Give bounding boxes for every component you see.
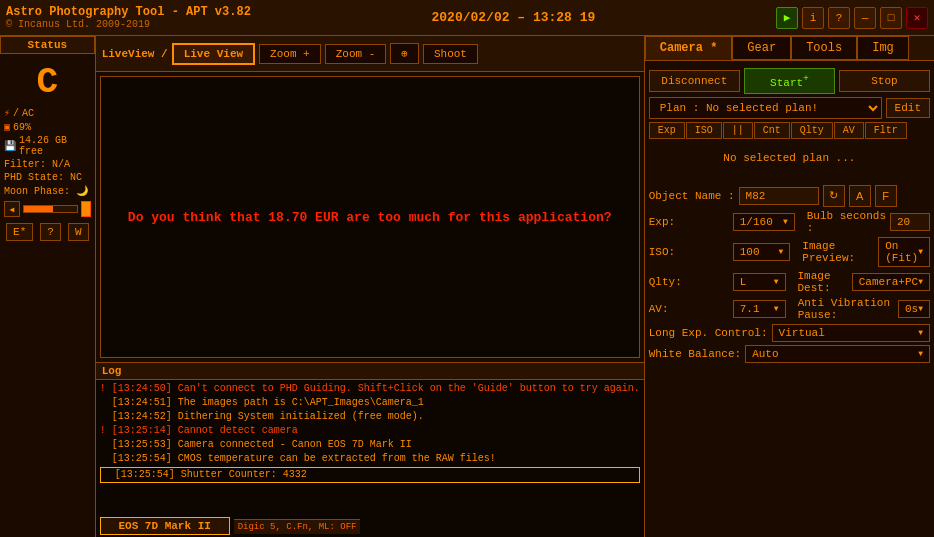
disconnect-button[interactable]: Disconnect — [649, 70, 740, 92]
plan-edit-button[interactable]: Edit — [886, 98, 930, 118]
power-icon: ⚡ — [4, 107, 10, 119]
liveview-label: LiveView / — [102, 48, 168, 60]
a-button[interactable]: A — [849, 185, 871, 207]
anti-vib-label: Anti Vibration Pause: — [798, 297, 894, 321]
gear-panel: Object Name : ↻ A F Exp: 1/160 ▼ Bulb se… — [645, 178, 934, 537]
sub-tab-pause[interactable]: || — [723, 122, 753, 139]
sub-tab-iso[interactable]: ISO — [686, 122, 722, 139]
log-line-highlighted: [13:25:54] Shutter Counter: 4332 — [100, 467, 640, 483]
title-left: Astro Photography Tool - APT v3.82 © Inc… — [6, 5, 251, 30]
sub-tab-qlty[interactable]: Qlty — [791, 122, 833, 139]
brightness-bar-container: ◀ — [4, 201, 91, 217]
image-dest-value: Camera+PC — [859, 276, 918, 288]
tab-camera[interactable]: Camera * — [645, 36, 733, 60]
info-button[interactable]: i — [802, 7, 824, 29]
wb-row: White Balance: Auto ▼ — [649, 345, 930, 363]
e-star-button[interactable]: E* — [6, 223, 33, 241]
object-name-input[interactable] — [739, 187, 819, 205]
status-letter: C — [4, 62, 91, 103]
tab-img[interactable]: Img — [857, 36, 909, 60]
minimize-button[interactable]: — — [854, 7, 876, 29]
shoot-button[interactable]: Shoot — [423, 44, 478, 64]
sub-tab-cnt[interactable]: Cnt — [754, 122, 790, 139]
exp-bulb-row: Exp: 1/160 ▼ Bulb seconds : — [649, 210, 930, 234]
image-preview-label: Image Preview: — [802, 240, 874, 264]
anti-vib-arrow: ▼ — [918, 304, 923, 313]
anti-vib-dropdown[interactable]: 0s ▼ — [898, 300, 930, 318]
maximize-button[interactable]: □ — [880, 7, 902, 29]
image-preview-dropdown[interactable]: On (Fit) ▼ — [878, 237, 930, 267]
camera-model-badge: EOS 7D Mark II — [100, 517, 230, 535]
filter-label: Filter: N/A — [4, 159, 70, 170]
log-line: [13:24:52] Dithering System initialized … — [100, 410, 640, 424]
f-button[interactable]: F — [875, 185, 897, 207]
tab-gear[interactable]: Gear — [732, 36, 791, 60]
qlty-arrow: ▼ — [774, 277, 779, 286]
bar-end — [81, 201, 91, 217]
status-footer: Digiс 5, C.Fn, ML: OFF — [234, 519, 361, 534]
play-button[interactable]: ▶ — [776, 7, 798, 29]
image-dest-arrow: ▼ — [918, 277, 923, 286]
long-exp-dropdown[interactable]: Virtual ▼ — [772, 324, 930, 342]
long-exp-arrow: ▼ — [918, 328, 923, 337]
sub-tab-fltr[interactable]: Fltr — [865, 122, 907, 139]
exp-label: Exp: — [649, 216, 729, 228]
anti-vib-value: 0s — [905, 303, 918, 315]
moon-icon: 🌙 — [76, 186, 88, 197]
sub-tabs: Exp ISO || Cnt Qlty AV Fltr — [649, 122, 930, 139]
iso-label: ISO: — [649, 246, 729, 258]
object-name-label: Object Name : — [649, 190, 735, 202]
question-button[interactable]: ? — [40, 223, 61, 241]
zoom-in-button[interactable]: Zoom + — [259, 44, 321, 64]
bar-left-icon: ◀ — [4, 201, 20, 217]
start-button[interactable]: Start+ — [744, 68, 835, 94]
w-button[interactable]: W — [68, 223, 89, 241]
filter-row: Filter: N/A — [4, 159, 91, 170]
phd-label: PHD State: NC — [4, 172, 82, 183]
status-panel: Status C ⚡ / AC ▣ 69% 💾 14.26 GB free Fi… — [0, 36, 96, 537]
camera-footer: EOS 7D Mark II Digiс 5, C.Fn, ML: OFF — [96, 515, 644, 537]
image-dest-dropdown[interactable]: Camera+PC ▼ — [852, 273, 930, 291]
moon-row: Moon Phase: 🌙 — [4, 185, 91, 197]
log-line: [13:24:51] The images path is C:\APT_Ima… — [100, 396, 640, 410]
av-arrow: ▼ — [774, 304, 779, 313]
exp-arrow: ▼ — [783, 217, 788, 226]
status-content: C ⚡ / AC ▣ 69% 💾 14.26 GB free Filter: N… — [0, 54, 95, 537]
tab-tools[interactable]: Tools — [791, 36, 857, 60]
log-line: [13:25:53] Camera connected - Canon EOS … — [100, 438, 640, 452]
sub-tab-av[interactable]: AV — [834, 122, 864, 139]
zoom-out-button[interactable]: Zoom - — [325, 44, 387, 64]
av-antivib-row: AV: 7.1 ▼ Anti Vibration Pause: 0s ▼ — [649, 297, 930, 321]
plan-row: Plan : No selected plan! Edit — [649, 97, 930, 119]
image-preview-arrow: ▼ — [918, 247, 923, 256]
wb-dropdown[interactable]: Auto ▼ — [745, 345, 930, 363]
qlty-val-text: L — [740, 276, 747, 288]
long-exp-value: Virtual — [779, 327, 825, 339]
exp-value: 1/160 ▼ — [733, 213, 795, 231]
image-dest-label: Image Dest: — [798, 270, 848, 294]
plan-select[interactable]: Plan : No selected plan! — [649, 97, 882, 119]
image-preview-value: On (Fit) — [885, 240, 918, 264]
camera-controls: Disconnect Start+ Stop Plan : No selecte… — [645, 61, 934, 178]
main-layout: Status C ⚡ / AC ▣ 69% 💾 14.26 GB free Fi… — [0, 36, 934, 537]
disk-icon: 💾 — [4, 140, 16, 152]
title-bar: Astro Photography Tool - APT v3.82 © Inc… — [0, 0, 934, 36]
long-exp-label: Long Exp. Control: — [649, 327, 768, 339]
liveview-area: Do you think that 18.70 EUR are too much… — [100, 76, 640, 358]
disk-free: 14.26 GB free — [19, 135, 91, 157]
refresh-button[interactable]: ↻ — [823, 185, 845, 207]
av-label: AV: — [649, 303, 729, 315]
connect-row: Disconnect Start+ Stop — [649, 68, 930, 94]
long-exp-row: Long Exp. Control: Virtual ▼ — [649, 324, 930, 342]
crosshair-button[interactable]: ⊕ — [390, 43, 419, 64]
help-button[interactable]: ? — [828, 7, 850, 29]
sub-tab-exp[interactable]: Exp — [649, 122, 685, 139]
stop-button[interactable]: Stop — [839, 70, 930, 92]
close-button[interactable]: ✕ — [906, 7, 928, 29]
liveview-toolbar: LiveView / Live View Zoom + Zoom - ⊕ Sho… — [96, 36, 644, 72]
bulb-seconds-input[interactable] — [890, 213, 930, 231]
live-view-button[interactable]: Live View — [172, 43, 255, 65]
memory-icon: ▣ — [4, 121, 10, 133]
av-value: 7.1 ▼ — [733, 300, 786, 318]
liveview-message: Do you think that 18.70 EUR are too much… — [108, 190, 632, 245]
